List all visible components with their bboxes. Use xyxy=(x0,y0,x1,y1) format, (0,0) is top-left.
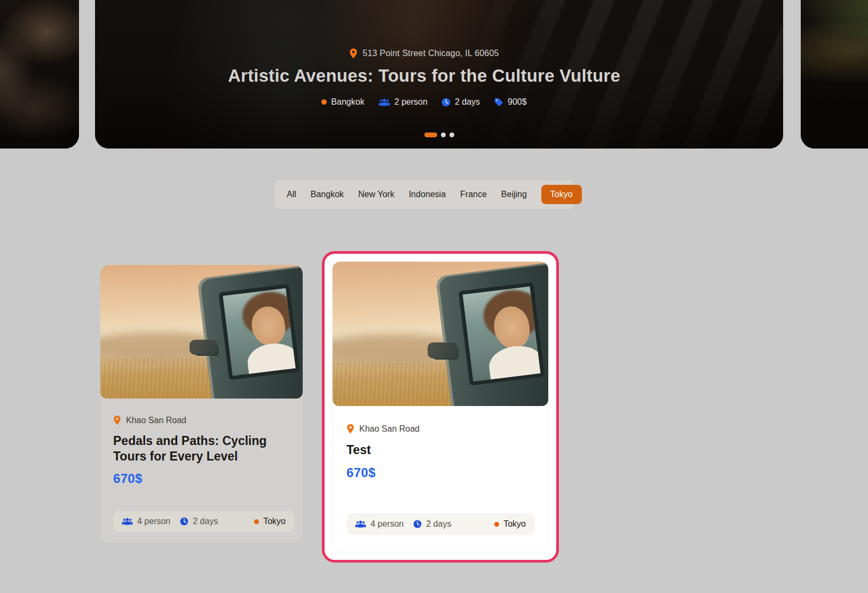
price-tag-icon xyxy=(494,97,503,107)
hero-duration-label: 2 days xyxy=(455,97,480,107)
meta-city-label: Tokyo xyxy=(503,519,526,529)
users-icon xyxy=(355,520,366,528)
clock-icon xyxy=(180,517,188,526)
hero-address-row: 513 Point Street Chicago, IL 60605 xyxy=(349,48,499,59)
tour-card-meta-bar: 4 person 2 days Tokyo xyxy=(346,513,534,535)
hero-address: 513 Point Street Chicago, IL 60605 xyxy=(362,49,499,58)
filter-tab-indonesia[interactable]: Indonesia xyxy=(409,190,446,199)
hero-meta-location: Bangkok xyxy=(321,97,364,107)
clock-icon xyxy=(441,98,451,107)
hero-meta-duration: 2 days xyxy=(441,97,480,107)
tour-card-selected-highlight: Khao San Road Test 670$ 4 person xyxy=(322,251,559,563)
meta-city: Tokyo xyxy=(494,519,526,529)
tour-card-test[interactable]: Khao San Road Test 670$ 4 person xyxy=(332,261,549,552)
filter-tab-france[interactable]: France xyxy=(460,190,487,199)
tour-card-location-row: Khao San Road xyxy=(346,424,534,434)
tour-card-location-row: Khao San Road xyxy=(113,415,290,425)
hero-meta-row: Bangkok 2 person 2 day xyxy=(321,97,526,107)
tour-card-cycling[interactable]: Khao San Road Pedals and Paths: Cycling … xyxy=(100,265,303,543)
meta-duration: 2 days xyxy=(180,517,218,526)
carousel-slide-active[interactable]: 513 Point Street Chicago, IL 60605 Artis… xyxy=(95,0,783,149)
meta-persons-label: 4 person xyxy=(137,517,170,526)
carousel-slide-previous[interactable] xyxy=(0,0,79,149)
hero-meta-price: 900$ xyxy=(494,97,527,107)
page: 513 Point Street Chicago, IL 60605 Artis… xyxy=(0,0,868,593)
filter-tab-new-york[interactable]: New York xyxy=(358,190,394,199)
filter-tab-all[interactable]: All xyxy=(287,190,296,199)
tour-card-photo xyxy=(333,262,548,406)
carousel-dots xyxy=(424,132,454,137)
meta-persons: 4 person xyxy=(122,517,170,526)
carousel-slide-next[interactable] xyxy=(801,0,868,149)
meta-duration: 2 days xyxy=(413,519,451,529)
tour-card-photo xyxy=(100,265,303,399)
previous-slide-image xyxy=(0,0,79,149)
tour-card-location: Khao San Road xyxy=(359,424,420,434)
meta-city-label: Tokyo xyxy=(263,517,286,526)
orange-dot-icon xyxy=(321,99,327,105)
hero-title: Artistic Avenues: Tours for the Culture … xyxy=(228,66,620,86)
users-icon xyxy=(122,518,133,525)
hero-price-label: 900$ xyxy=(508,97,527,107)
city-filter-bar: All Bangkok New York Indonesia France Be… xyxy=(274,180,574,209)
carousel-dot-3[interactable] xyxy=(449,132,454,137)
hero-meta-persons: 2 person xyxy=(378,97,428,107)
clock-icon xyxy=(413,520,422,528)
filter-tab-tokyo[interactable]: Tokyo xyxy=(541,185,582,204)
tour-card-body: Khao San Road Pedals and Paths: Cycling … xyxy=(100,399,303,543)
location-pin-icon xyxy=(113,415,121,425)
tour-card-price: 670$ xyxy=(113,471,290,486)
photo-side-mirror xyxy=(428,342,458,358)
meta-persons: 4 person xyxy=(355,519,404,529)
meta-duration-label: 2 days xyxy=(426,519,451,529)
meta-city: Tokyo xyxy=(254,517,286,526)
hero-content: 513 Point Street Chicago, IL 60605 Artis… xyxy=(95,0,753,149)
hero-persons-label: 2 person xyxy=(394,97,428,107)
photo-van-window xyxy=(459,282,545,386)
next-slide-image xyxy=(801,0,868,149)
photo-van-window xyxy=(219,284,300,380)
location-pin-icon xyxy=(349,48,358,59)
carousel-dot-2[interactable] xyxy=(441,132,446,137)
photo-side-mirror xyxy=(190,340,218,355)
tour-card-title: Test xyxy=(346,442,534,458)
hero-location-label: Bangkok xyxy=(331,97,364,107)
tour-card-location: Khao San Road xyxy=(126,416,186,425)
carousel-dot-1[interactable] xyxy=(424,132,437,137)
meta-duration-label: 2 days xyxy=(193,517,218,526)
meta-persons-label: 4 person xyxy=(370,519,404,529)
tour-card-meta-bar: 4 person 2 days Tokyo xyxy=(113,511,294,532)
tour-card-title: Pedals and Paths: Cycling Tours for Ever… xyxy=(113,433,290,464)
filter-tab-beijing[interactable]: Beijing xyxy=(501,190,527,199)
orange-dot-icon xyxy=(254,519,259,524)
users-icon xyxy=(378,98,390,106)
tour-card-price: 670$ xyxy=(346,465,534,480)
orange-dot-icon xyxy=(494,522,499,527)
tour-card-body: Khao San Road Test 670$ 4 person xyxy=(333,406,548,552)
filter-tab-bangkok[interactable]: Bangkok xyxy=(311,190,344,199)
location-pin-icon xyxy=(346,424,354,434)
